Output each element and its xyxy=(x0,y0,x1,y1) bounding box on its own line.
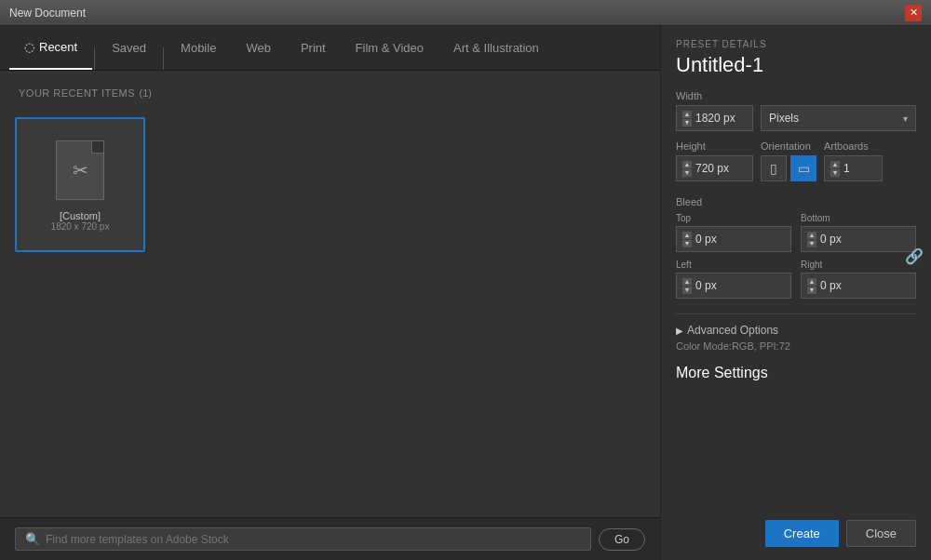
clock-icon: ◌ xyxy=(24,40,34,54)
height-group: Height ▲ ▼ xyxy=(676,140,753,181)
height-label: Height xyxy=(676,140,753,152)
tab-print[interactable]: Print xyxy=(286,26,341,70)
artboards-label: Artboards xyxy=(824,140,883,152)
orientation-group: Orientation ▯ ▭ xyxy=(761,140,816,181)
landscape-button[interactable]: ▭ xyxy=(790,155,816,181)
title-bar: New Document ✕ xyxy=(0,0,931,26)
bleed-bottom-spinners: ▲ ▼ xyxy=(807,232,816,247)
recent-item-name: [Custom] xyxy=(60,210,101,221)
bottom-buttons: Create Close xyxy=(676,511,916,547)
recent-item[interactable]: ✂ [Custom] 1820 x 720 px xyxy=(15,117,145,252)
bleed-left-field: Left ▲ ▼ xyxy=(676,260,791,299)
advanced-chevron-icon: ▶ xyxy=(676,326,683,336)
width-field-group: Width ▲ ▼ Pixels Inches Centimeters Mill… xyxy=(676,90,916,131)
artboards-input-wrap: ▲ ▼ xyxy=(824,155,883,181)
bleed-right-spinners: ▲ ▼ xyxy=(807,278,816,294)
preset-section-label: PRESET DETAILS xyxy=(676,39,916,49)
advanced-options-toggle[interactable]: ▶ Advanced Options xyxy=(676,324,916,337)
artboards-increment-btn[interactable]: ▲ xyxy=(830,161,840,168)
recent-label: YOUR RECENT ITEMS xyxy=(19,87,135,99)
unit-select-wrap: Pixels Inches Centimeters Millimeters Po… xyxy=(761,105,916,131)
artboards-decrement-btn[interactable]: ▼ xyxy=(830,169,840,177)
search-icon: 🔍 xyxy=(25,532,40,546)
divider xyxy=(676,313,916,314)
search-input[interactable] xyxy=(46,533,581,546)
orientation-buttons: ▯ ▭ xyxy=(761,155,816,181)
more-settings-link[interactable]: More Settings xyxy=(676,365,916,381)
height-orientation-row: Height ▲ ▼ Orientation ▯ ▭ xyxy=(676,140,916,181)
artboards-group: Artboards ▲ ▼ xyxy=(824,140,883,181)
title-bar-title: New Document xyxy=(9,7,86,20)
create-button[interactable]: Create xyxy=(765,520,839,547)
bleed-grid: Top ▲ ▼ Bottom ▲ ▼ xyxy=(676,213,916,299)
search-bar: 🔍 Go xyxy=(0,517,660,560)
bleed-left-decrement[interactable]: ▼ xyxy=(682,287,692,294)
bleed-left-increment[interactable]: ▲ xyxy=(682,278,692,286)
portrait-icon: ▯ xyxy=(770,161,777,176)
go-button[interactable]: Go xyxy=(599,528,645,551)
bleed-right-increment[interactable]: ▲ xyxy=(807,278,816,286)
width-spinners: ▲ ▼ xyxy=(682,111,692,127)
bleed-label: Bleed xyxy=(676,196,916,207)
height-decrement-btn[interactable]: ▼ xyxy=(682,169,692,177)
bleed-bottom-increment[interactable]: ▲ xyxy=(807,232,816,239)
recent-item-icon: ✂ xyxy=(52,138,108,203)
recent-grid: ✂ [Custom] 1820 x 720 px xyxy=(0,108,660,261)
tab-art-illustration[interactable]: Art & Illustration xyxy=(439,26,554,70)
preset-name: Untitled-1 xyxy=(676,53,916,77)
bleed-bottom-input-wrap: ▲ ▼ xyxy=(801,226,916,252)
orientation-label: Orientation xyxy=(761,140,816,152)
tabs-bar: ◌ Recent Saved Mobile Web Print Film & V… xyxy=(0,26,660,71)
tab-film-video[interactable]: Film & Video xyxy=(341,26,439,70)
title-bar-close-button[interactable]: ✕ xyxy=(905,5,922,21)
bleed-top-input[interactable] xyxy=(695,233,747,246)
width-decrement-btn[interactable]: ▼ xyxy=(682,119,692,127)
width-label: Width xyxy=(676,90,916,101)
color-mode-text: Color Mode:RGB, PPI:72 xyxy=(676,340,916,352)
portrait-button[interactable]: ▯ xyxy=(761,155,787,181)
landscape-icon: ▭ xyxy=(798,161,810,176)
document-icon: ✂ xyxy=(56,140,104,200)
width-increment-btn[interactable]: ▲ xyxy=(682,111,692,118)
tab-saved[interactable]: Saved xyxy=(97,26,161,70)
bleed-right-field: Right ▲ ▼ xyxy=(801,260,916,299)
bleed-left-spinners: ▲ ▼ xyxy=(682,278,692,294)
bleed-bottom-label: Bottom xyxy=(801,213,916,223)
bleed-link-icon[interactable]: 🔗 xyxy=(905,247,924,265)
tab-web[interactable]: Web xyxy=(231,26,286,70)
width-input[interactable] xyxy=(695,112,747,125)
bleed-right-input[interactable] xyxy=(820,279,871,292)
height-spinners: ▲ ▼ xyxy=(682,161,692,177)
scissors-icon: ✂ xyxy=(73,159,88,181)
bleed-bottom-decrement[interactable]: ▼ xyxy=(807,240,816,247)
unit-select[interactable]: Pixels Inches Centimeters Millimeters Po… xyxy=(769,112,903,125)
tab-recent[interactable]: ◌ Recent xyxy=(9,26,92,70)
artboards-input[interactable] xyxy=(843,162,876,175)
left-panel: ◌ Recent Saved Mobile Web Print Film & V… xyxy=(0,26,661,560)
advanced-options-label: Advanced Options xyxy=(687,324,778,337)
width-row: ▲ ▼ Pixels Inches Centimeters Millimeter… xyxy=(676,105,916,131)
bleed-bottom-field: Bottom ▲ ▼ xyxy=(801,213,916,252)
close-button[interactable]: Close xyxy=(846,520,916,547)
unit-chevron-icon: ▾ xyxy=(903,113,908,124)
tab-divider xyxy=(94,47,95,70)
bleed-top-increment[interactable]: ▲ xyxy=(682,232,692,239)
bleed-top-input-wrap: ▲ ▼ xyxy=(676,226,791,252)
recent-item-size: 1820 x 720 px xyxy=(51,221,110,232)
height-input[interactable] xyxy=(695,162,747,175)
recent-section: YOUR RECENT ITEMS (1) xyxy=(0,71,660,108)
bleed-top-decrement[interactable]: ▼ xyxy=(682,240,692,247)
bleed-top-label: Top xyxy=(676,213,791,223)
bleed-right-input-wrap: ▲ ▼ xyxy=(801,273,916,299)
bleed-bottom-input[interactable] xyxy=(820,233,871,246)
tab-mobile[interactable]: Mobile xyxy=(166,26,231,70)
right-panel: PRESET DETAILS Untitled-1 Width ▲ ▼ Pixe… xyxy=(661,26,931,560)
bleed-left-input[interactable] xyxy=(695,279,747,292)
tab-divider-2 xyxy=(163,47,164,70)
height-increment-btn[interactable]: ▲ xyxy=(682,161,692,168)
title-bar-left: New Document xyxy=(9,7,86,20)
bleed-left-input-wrap: ▲ ▼ xyxy=(676,273,791,299)
bleed-right-decrement[interactable]: ▼ xyxy=(807,287,816,294)
height-input-wrap: ▲ ▼ xyxy=(676,155,753,181)
width-input-wrap: ▲ ▼ xyxy=(676,105,753,131)
